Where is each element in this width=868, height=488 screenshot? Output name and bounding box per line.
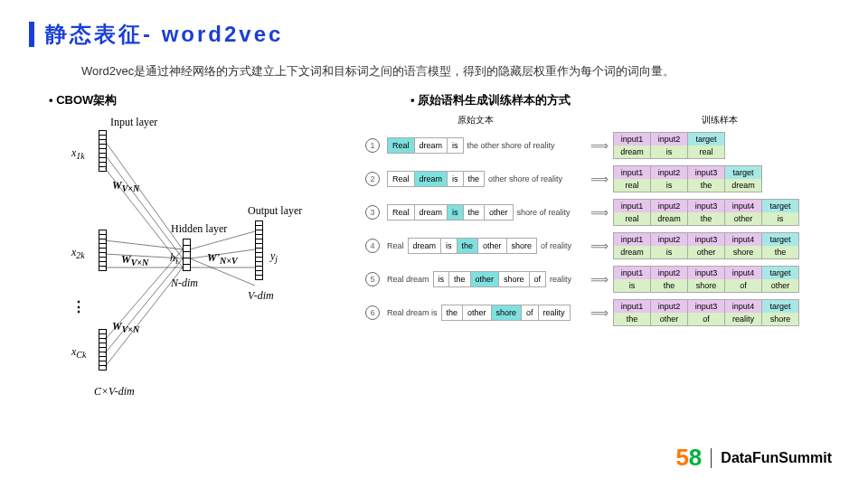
ellipsis: ⋮ (71, 298, 86, 315)
train-sample: input1input2input3input4targetdreamisoth… (613, 232, 799, 259)
target-header: target (725, 166, 761, 179)
target-header: target (762, 267, 798, 279)
arrow-icon: ⟹ (586, 272, 613, 286)
w2-label: WV×N (121, 253, 148, 267)
context-token: of (522, 305, 539, 320)
arrow-icon: ⟹ (586, 239, 613, 253)
input-value: other (651, 313, 688, 325)
train-sample: input1input2input3input4targetrealdreamt… (613, 199, 799, 226)
train-sample: input1input2input3targetrealisthedream (613, 165, 762, 192)
x2-label: x2k (71, 246, 85, 260)
source-text: Real dream istheothershoreofreality (387, 305, 586, 321)
target-value: the (762, 246, 798, 258)
input-value: other (688, 246, 725, 258)
input-header: input1 (614, 166, 651, 179)
target-value: real (688, 145, 724, 158)
output-vec (255, 221, 263, 280)
title-text: 静态表征- word2vec (45, 20, 283, 49)
source-text: Realdreamisthe other shore of reality (387, 137, 586, 154)
input-vec-c (99, 329, 107, 371)
xc-label: xCk (71, 345, 86, 360)
context-window: Realdreamistheother (387, 204, 514, 221)
input-header: input2 (651, 300, 688, 313)
hi-label: hi (170, 251, 178, 266)
input-value: is (651, 179, 688, 192)
context-window: dreamistheothershore (408, 238, 538, 254)
output-layer-label: Output layer (248, 204, 302, 218)
input-value: other (725, 212, 762, 225)
input-value: dream (614, 145, 651, 158)
input-header: input2 (651, 233, 688, 246)
sample-row: 6Real dream istheothershoreofreality⟹inp… (365, 298, 846, 327)
context-token: shore (499, 272, 530, 286)
train-sample: input1input2input3input4targettheotherof… (613, 299, 799, 326)
column-headers: 原始文本 训练样本 (365, 114, 846, 127)
sample-row: 4Realdreamistheothershoreof reality⟹inpu… (365, 231, 846, 260)
context-token: the (458, 239, 479, 253)
sample-row: 1Realdreamisthe other shore of reality⟹i… (365, 131, 846, 160)
svg-line-7 (105, 258, 183, 353)
arrow-icon: ⟹ (586, 172, 613, 186)
cbow-edges (22, 114, 347, 430)
x1-label: x1k (71, 146, 85, 161)
source-text: Realdreamistheothershoreof reality (387, 238, 586, 254)
post-context: other shore of reality (488, 174, 562, 183)
input-value: the (688, 212, 725, 225)
cbow-header: CBOW架构 (49, 92, 347, 108)
target-value: other (762, 279, 798, 292)
input-header: input1 (614, 233, 651, 246)
post-context: the other shore of reality (467, 141, 555, 150)
context-token: dream (415, 205, 448, 220)
post-context: shore of reality (517, 208, 571, 217)
rows-container: 1Realdreamisthe other shore of reality⟹i… (365, 131, 846, 327)
input-value: the (651, 279, 688, 292)
input-header: input1 (614, 267, 651, 279)
input-value: is (614, 279, 651, 292)
target-header: target (762, 233, 798, 246)
src-text-header: 原始文本 (385, 114, 566, 127)
context-window: Realdreamis (387, 137, 464, 154)
input-header: input2 (651, 200, 688, 212)
input-value: the (688, 179, 725, 192)
context-window: istheothershoreof (433, 271, 547, 287)
input-header: input4 (725, 267, 762, 279)
input-header: input1 (614, 200, 651, 212)
target-value: is (762, 212, 798, 225)
input-value: is (651, 246, 688, 258)
arrow-icon: ⟹ (586, 138, 613, 153)
input-header: input2 (651, 267, 688, 279)
context-token: is (448, 138, 463, 153)
target-header: target (762, 200, 798, 212)
row-number: 5 (365, 272, 380, 286)
context-token: the (442, 305, 464, 320)
context-token: other (485, 205, 513, 220)
yj-label: yj (270, 249, 278, 264)
hidden-vec (183, 239, 191, 271)
post-context: reality (550, 275, 571, 284)
input-header: input1 (614, 133, 651, 145)
context-token: dream (409, 239, 442, 253)
target-value: shore (762, 313, 798, 325)
logo-58: 58 (675, 444, 702, 472)
context-token: Real (388, 138, 415, 153)
context-token: dream (415, 172, 448, 186)
footer: 58 DataFunSummit (675, 444, 832, 472)
title-accent (29, 22, 34, 47)
context-token: is (448, 205, 464, 220)
footer-divider (711, 448, 712, 468)
input-value: of (688, 313, 725, 325)
ndim-label: N-dim (171, 277, 198, 290)
w1-label: WV×N (112, 179, 139, 193)
context-token: Real (388, 205, 415, 220)
input-value: real (614, 212, 651, 225)
input-value: the (614, 313, 651, 325)
train-sample-header: 训练样本 (593, 114, 846, 127)
input-header: input4 (725, 300, 762, 313)
context-window: theothershoreofreality (441, 305, 571, 321)
target-header: target (688, 133, 724, 145)
w3-label: WV×N (112, 320, 139, 334)
corpus-header: 原始语料生成训练样本的方式 (410, 92, 846, 108)
row-number: 4 (365, 239, 380, 253)
input-header: input3 (688, 300, 725, 313)
input-vec-2 (99, 230, 107, 271)
